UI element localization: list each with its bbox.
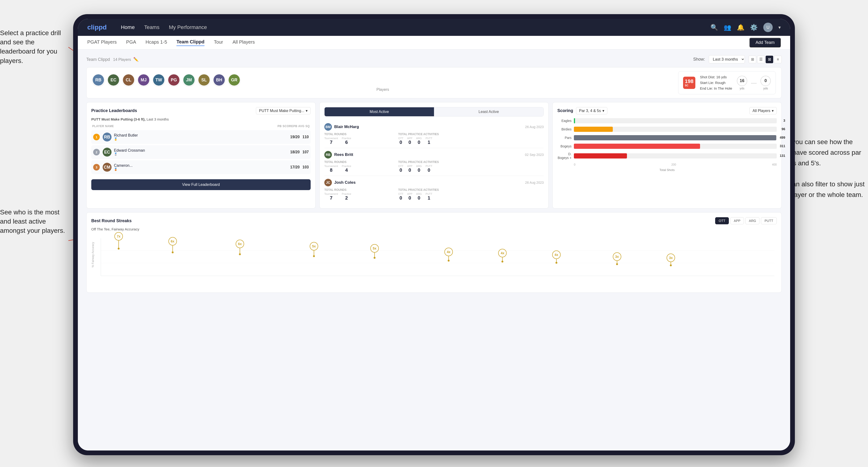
scoring-bar-chart: Eagles 3 Birdies 96 (557, 118, 777, 160)
bell-icon[interactable]: 🔔 (737, 24, 744, 31)
bar-label-dbogeys: D. Bogeys + (557, 152, 571, 160)
player-avatar[interactable]: GR (228, 74, 240, 86)
streak-tab-ott[interactable]: OTT (715, 217, 729, 224)
streaks-subtitle: Off The Tee, Fairway Accuracy (91, 227, 777, 231)
list-view-btn[interactable]: ☰ (757, 56, 765, 63)
shot-circles: 16 yds — 0 yds (737, 76, 771, 90)
add-team-button[interactable]: Add Team (749, 38, 781, 48)
subnav-all-players[interactable]: All Players (232, 39, 255, 46)
streak-tab-app[interactable]: APP (730, 217, 744, 224)
streak-chart-area: 7x 6x 6x (101, 238, 774, 276)
view-full-leaderboard-button[interactable]: View Full Leaderboard (91, 179, 311, 190)
player-score-3: 17/20 (290, 165, 300, 169)
putt-val-1: 1 (426, 139, 432, 145)
show-select[interactable]: Last 3 months Last 6 months Last year (709, 55, 745, 63)
player-info-1: RB Richard Butler 🥇 (102, 132, 287, 142)
activity-item-1: BM Blair McHarg 26 Aug 2023 Total Rounds… (324, 120, 544, 148)
bar-label-pars: Pars (557, 136, 571, 139)
subnav: PGAT Players PGA Hcaps 1-5 Team Clippd T… (78, 36, 790, 50)
bar-value-eagles: 3 (783, 119, 785, 122)
bar-fill-dbogeys (574, 153, 627, 158)
streak-tab-putt[interactable]: PUTT (761, 217, 777, 224)
leaderboard-title: Practice Leaderboards (91, 108, 137, 113)
bar-label-eagles: Eagles (557, 119, 571, 123)
player-score-1: 19/20 (290, 135, 300, 139)
activity-item-header-1: BM Blair McHarg 26 Aug 2023 (324, 123, 544, 131)
logo: clippd (87, 24, 106, 31)
activity-item-header-2: RB Rees Britt 02 Sep 2023 (324, 151, 544, 158)
people-icon[interactable]: 👥 (724, 24, 731, 31)
streak-chart: % Fairway Accuracy 7x (91, 236, 777, 288)
nav-teams[interactable]: Teams (144, 24, 159, 30)
practice-leaderboard-card: Practice Leaderboards PUTT Must Make Put… (86, 102, 316, 209)
subnav-team-clippd[interactable]: Team Clippd (177, 39, 205, 46)
player-avatars: RB EC CL MJ TW PG JM SL BH GR (92, 74, 673, 86)
player-avatar[interactable]: EC (107, 74, 120, 86)
bar-value-dbogeys: 131 (780, 154, 785, 158)
subnav-tour[interactable]: Tour (214, 39, 223, 46)
show-label: Show: (693, 57, 705, 62)
streaks-section: Best Round Streaks OTT APP ARG PUTT Off … (86, 212, 782, 293)
players-strip: RB EC CL MJ TW PG JM SL BH GR Players (86, 67, 782, 98)
search-icon[interactable]: 🔍 (710, 24, 718, 31)
scoring-title: Scoring (557, 108, 573, 113)
bar-track-bogeys: 311 (574, 144, 777, 149)
activity-date-2: 02 Sep 2023 (525, 153, 544, 157)
rank-badge-2: 2 (93, 149, 100, 155)
practice-activities-group-1: Total Practice Activities OTT 0 APP 0 (398, 132, 470, 145)
subnav-hcaps[interactable]: Hcaps 1-5 (146, 39, 167, 46)
compact-view-btn[interactable]: ≡ (774, 56, 782, 63)
subnav-pga[interactable]: PGA (126, 39, 136, 46)
arg-val-1: 0 (416, 139, 422, 145)
streak-tab-arg[interactable]: ARG (745, 217, 760, 224)
most-active-tab[interactable]: Most Active (324, 107, 434, 116)
three-col-section: Practice Leaderboards PUTT Must Make Put… (86, 102, 782, 209)
chevron-icon: ▾ (602, 108, 604, 113)
nav-home[interactable]: Home (121, 24, 135, 30)
player-avatar[interactable]: TW (153, 74, 165, 86)
leaderboard-row: 1 RB Richard Butler 🥇 19/20 110 (91, 130, 311, 144)
main-content: Team Clippd 14 Players ✏️ Show: Last 3 m… (78, 50, 790, 450)
rank-badge-1: 1 (93, 134, 100, 140)
player-avatar[interactable]: CL (122, 74, 135, 86)
player-avatar[interactable]: JM (183, 74, 195, 86)
player-avg-3: 103 (302, 165, 309, 169)
ott-val-1: 0 (398, 139, 403, 145)
scoring-header: Scoring Par 3, 4 & 5s ▾ All Players ▾ (557, 107, 777, 115)
streak-point-3: 6x (236, 240, 244, 255)
streak-point-10: 3x (666, 253, 675, 266)
activity-date-1: 26 Aug 2023 (525, 125, 544, 129)
card-view-btn[interactable]: ⊠ (766, 56, 773, 63)
player-badge-3: 🥉 (114, 168, 132, 171)
drill-subtitle: PUTT Must Make Putting (3-6 ft), Last 3 … (91, 117, 311, 121)
player-avatar[interactable]: PG (168, 74, 180, 86)
shot-card: 198 SC Shot Dist: 16 yds Start Lie: Roug… (678, 71, 776, 94)
settings-icon[interactable]: ⚙️ (750, 24, 757, 31)
player-avatar[interactable]: SL (198, 74, 210, 86)
bar-fill-bogeys (574, 144, 700, 149)
player-avatar[interactable]: RB (92, 74, 104, 86)
least-active-tab[interactable]: Least Active (434, 107, 544, 116)
subnav-pgat[interactable]: PGAT Players (87, 39, 117, 46)
player-avatar[interactable]: MJ (137, 74, 150, 86)
grid-view-btn[interactable]: ⊞ (749, 56, 756, 63)
nav-performance[interactable]: My Performance (169, 24, 207, 30)
annotation-bottom-left: See who is the most and least active amo… (0, 208, 68, 236)
player-filter[interactable]: All Players ▾ (749, 107, 777, 115)
bar-track-birdies: 96 (574, 127, 777, 132)
player-score-2: 18/20 (290, 150, 300, 154)
activity-item-header-3: JC Josh Coles 26 Aug 2023 (324, 179, 544, 186)
tablet-screen: clippd Home Teams My Performance 🔍 👥 🔔 ⚙… (78, 19, 790, 450)
player-avatar[interactable]: BH (213, 74, 225, 86)
edit-icon[interactable]: ✏️ (133, 57, 138, 62)
team-title: Team Clippd 14 Players (86, 57, 131, 62)
drill-dropdown[interactable]: PUTT Must Make Putting... ▾ (256, 107, 311, 115)
practice-val-1: 6 (342, 139, 351, 145)
player-badge-1: 🥇 (114, 137, 138, 141)
activity-stats-1: Total Rounds Tournament 7 Practice 6 (324, 132, 544, 145)
par-filter[interactable]: Par 3, 4 & 5s ▾ (576, 107, 607, 115)
chevron-down-icon[interactable]: ▾ (778, 25, 781, 30)
streak-point-6: 4x (444, 248, 453, 261)
bar-row-dbogeys: D. Bogeys + 131 (557, 152, 777, 160)
user-avatar[interactable]: U (763, 23, 773, 32)
